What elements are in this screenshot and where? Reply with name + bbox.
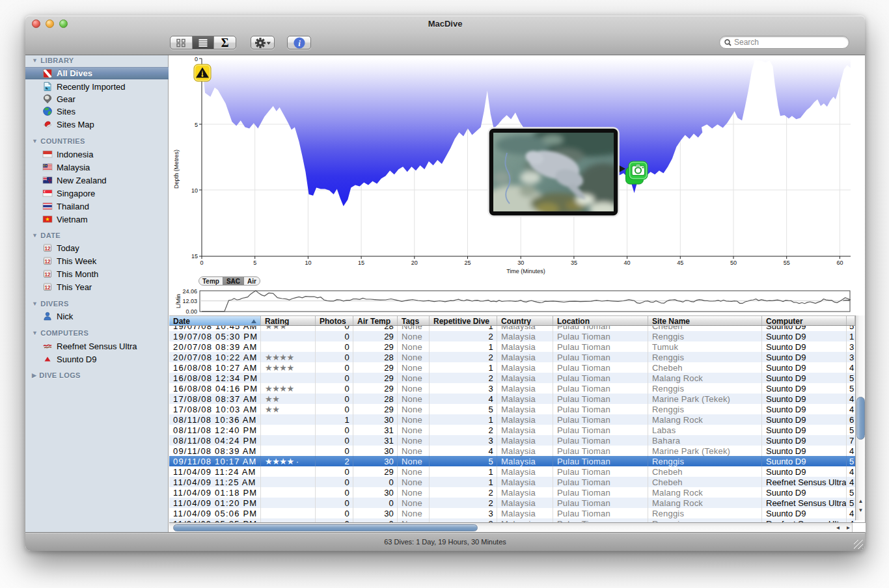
svg-text:25: 25 xyxy=(464,260,471,266)
svg-text:35: 35 xyxy=(571,260,577,266)
svg-text:0.00: 0.00 xyxy=(185,308,197,315)
svg-text:40: 40 xyxy=(624,260,631,266)
svg-text:55: 55 xyxy=(784,260,790,266)
svg-text:15: 15 xyxy=(191,253,198,260)
svg-text:L/Min: L/Min xyxy=(175,294,182,308)
svg-text:i: i xyxy=(298,38,301,47)
svg-text:12.03: 12.03 xyxy=(182,298,197,304)
svg-text:12: 12 xyxy=(44,246,51,252)
svg-text:30: 30 xyxy=(517,260,524,266)
svg-text:12: 12 xyxy=(44,272,51,278)
svg-text:45: 45 xyxy=(677,260,683,266)
svg-text:0: 0 xyxy=(200,260,203,266)
svg-text:12: 12 xyxy=(44,285,51,291)
svg-text:15: 15 xyxy=(358,260,364,266)
svg-text:Depth (Metres): Depth (Metres) xyxy=(173,150,180,189)
svg-text:60: 60 xyxy=(836,260,843,266)
svg-text:5: 5 xyxy=(195,122,198,128)
svg-text:20: 20 xyxy=(411,260,418,266)
svg-text:24.06: 24.06 xyxy=(182,288,197,295)
svg-text:12: 12 xyxy=(44,259,51,265)
svg-text:10: 10 xyxy=(305,260,311,266)
svg-text:10: 10 xyxy=(191,187,198,194)
svg-text:0: 0 xyxy=(195,56,198,62)
svg-text:Time (Minutes): Time (Minutes) xyxy=(506,268,545,274)
svg-text:50: 50 xyxy=(730,260,737,266)
svg-text:5: 5 xyxy=(253,260,256,266)
